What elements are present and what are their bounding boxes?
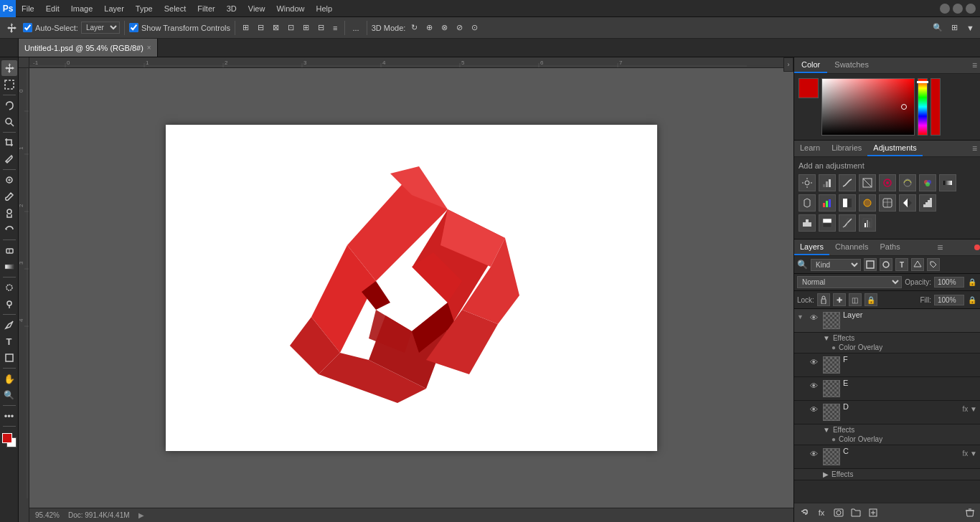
menu-select[interactable]: Select [159, 0, 192, 16]
delete-layer-btn[interactable] [963, 506, 977, 520]
quick-select-tool[interactable] [1, 114, 17, 130]
layer-visibility-1[interactable]: 👁 [807, 355, 820, 366]
list-item[interactable]: 👁 E [794, 377, 980, 401]
layer-visibility-2[interactable]: 👁 [807, 379, 820, 390]
filter-smart-btn[interactable] [927, 258, 940, 271]
opacity-lock-icon[interactable]: 🔒 [967, 277, 977, 288]
adjustments-panel-menu[interactable]: ≡ [969, 143, 980, 153]
tab-adjustments[interactable]: Adjustments [867, 141, 923, 156]
blur-tool[interactable] [1, 280, 17, 295]
minimize-btn[interactable] [940, 4, 950, 14]
list-item[interactable]: ▼ Effects ● Color Overlay [794, 424, 980, 445]
layer-expand-0[interactable]: ▼ [797, 310, 807, 321]
align-center-h-btn[interactable]: ⊟ [255, 22, 267, 34]
move-tool-icon[interactable] [3, 21, 20, 35]
shape-tool[interactable] [1, 350, 17, 366]
3d-btn4[interactable]: ⊘ [453, 22, 466, 34]
list-item[interactable]: 👁 F [794, 353, 980, 377]
tab-layers[interactable]: Layers [794, 239, 829, 255]
align-right-btn[interactable]: ⊠ [270, 22, 282, 34]
layers-search-icon[interactable]: 🔍 [797, 260, 808, 270]
exposure-adj-btn[interactable] [859, 174, 876, 191]
tab-close-btn[interactable]: × [147, 44, 151, 52]
layers-panel-menu[interactable]: ≡ [934, 242, 946, 253]
document-tab[interactable]: Untitled-1.psd @ 95.4% (RGB/8#) × [19, 39, 158, 57]
menu-image[interactable]: Image [65, 0, 99, 16]
maximize-btn[interactable] [953, 4, 963, 14]
zoom-tool[interactable]: 🔍 [1, 387, 17, 403]
list-item[interactable]: ▼ Effects ● Color Overlay [794, 333, 980, 353]
threshold-adj-btn[interactable] [798, 214, 816, 232]
shadow-highlight-adj-btn[interactable] [819, 214, 836, 232]
menu-layer[interactable]: Layer [98, 0, 130, 16]
workspace-btn[interactable]: ⊞ [948, 22, 961, 34]
opacity-input[interactable] [934, 277, 964, 288]
levels-adj-btn[interactable] [819, 174, 836, 191]
gradient-map-adj-btn[interactable] [939, 174, 956, 191]
posterize-adj-btn[interactable] [919, 194, 936, 212]
layer-fx-3[interactable]: fx ▼ [963, 402, 977, 413]
text-tool[interactable]: T [1, 333, 17, 349]
add-mask-btn[interactable] [831, 506, 846, 520]
tab-paths[interactable]: Paths [875, 239, 906, 255]
fill-input[interactable] [934, 295, 964, 305]
gradient-tool[interactable] [1, 259, 17, 275]
crop-tool[interactable] [1, 135, 17, 151]
photo-filter-adj-btn[interactable] [859, 194, 876, 212]
list-item[interactable]: ▶ Effects [794, 469, 980, 480]
3d-btn5[interactable]: ⊙ [468, 22, 481, 34]
3d-btn2[interactable]: ⊕ [423, 22, 435, 34]
filter-adj-btn[interactable] [880, 258, 892, 271]
hue-sat-adj-btn[interactable] [899, 174, 916, 191]
menu-filter[interactable]: Filter [192, 0, 220, 16]
new-layer-btn[interactable] [866, 506, 880, 520]
filter-type-btn[interactable]: T [895, 258, 908, 271]
3d-btn3[interactable]: ⊗ [438, 22, 451, 34]
lasso-tool[interactable] [1, 98, 17, 113]
bw-adj-btn[interactable] [839, 194, 856, 212]
tab-learn[interactable]: Learn [794, 141, 826, 156]
menu-edit[interactable]: Edit [40, 0, 65, 16]
eraser-tool[interactable] [1, 242, 17, 258]
link-layers-btn[interactable] [797, 506, 811, 520]
align-top-btn[interactable]: ⊡ [285, 22, 297, 34]
more-tools-btn[interactable]: ••• [1, 408, 17, 424]
close-btn[interactable] [966, 4, 976, 14]
show-transform-checkbox[interactable] [129, 23, 138, 32]
search-btn[interactable]: 🔍 [930, 22, 946, 34]
tab-libraries[interactable]: Libraries [826, 141, 867, 156]
menu-file[interactable]: File [16, 0, 40, 16]
color-panel-menu[interactable]: ≡ [969, 60, 980, 70]
lock-artboard-btn[interactable]: ◫ [849, 293, 862, 306]
filter-pixel-btn[interactable] [864, 258, 877, 271]
new-group-btn[interactable] [849, 506, 863, 520]
pen-tool[interactable] [1, 317, 17, 333]
move-tool[interactable] [1, 60, 17, 76]
tab-swatches[interactable]: Swatches [827, 57, 876, 73]
filter-kind-select[interactable]: Kind [811, 259, 861, 271]
hand-tool[interactable]: ✋ [1, 371, 17, 386]
filter-shape-btn[interactable] [911, 258, 924, 271]
add-fx-btn[interactable]: fx [814, 506, 829, 520]
hue-strip[interactable] [918, 78, 928, 136]
fill-lock-icon[interactable]: 🔒 [967, 295, 977, 305]
list-item[interactable]: 👁 C fx ▼ [794, 445, 980, 469]
color-gradient[interactable] [821, 78, 915, 136]
marquee-tool[interactable] [1, 77, 17, 92]
curves2-adj-btn[interactable] [839, 214, 856, 232]
align-center-v-btn[interactable]: ⊞ [300, 22, 312, 34]
selective-color-adj-btn[interactable] [798, 194, 816, 212]
invert-adj-btn[interactable] [899, 194, 916, 212]
list-item[interactable]: 👁 D fx ▼ [794, 401, 980, 424]
share-btn[interactable]: ▼ [963, 22, 977, 34]
layer-visibility-0[interactable]: 👁 [807, 310, 820, 322]
opacity-strip[interactable] [930, 78, 941, 136]
tab-color[interactable]: Color [794, 57, 827, 73]
layer-visibility-3[interactable]: 👁 [807, 402, 820, 414]
curves-adj-btn[interactable] [839, 174, 856, 191]
3d-btn1[interactable]: ↻ [408, 22, 420, 34]
layer-visibility-4[interactable]: 👁 [807, 447, 820, 458]
align-bottom-btn[interactable]: ⊟ [315, 22, 327, 34]
channel-mix-adj-btn[interactable] [819, 194, 836, 212]
color-lookup-adj-btn[interactable] [879, 194, 896, 212]
